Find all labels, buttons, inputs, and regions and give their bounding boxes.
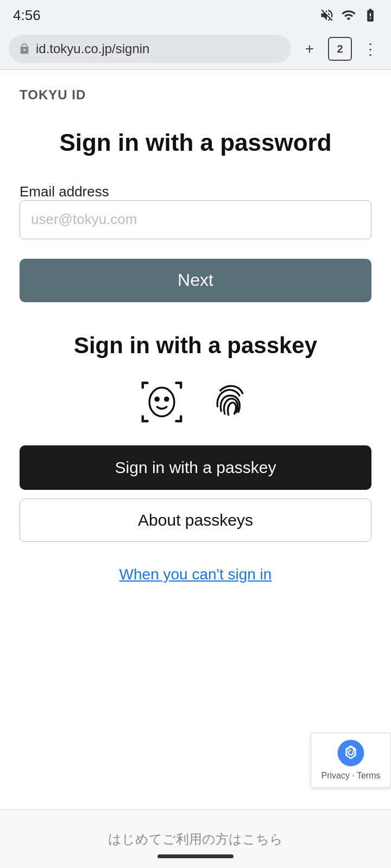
fingerprint-icon	[207, 379, 253, 425]
passkey-icons	[20, 378, 371, 426]
battery-icon	[363, 8, 378, 23]
password-section-heading: Sign in with a password	[20, 129, 371, 157]
address-bar[interactable]: id.tokyu.co.jp/signin	[9, 35, 291, 63]
url-text: id.tokyu.co.jp/signin	[36, 41, 149, 56]
svg-point-0	[149, 387, 174, 416]
status-bar: 4:56	[0, 0, 391, 30]
status-time: 4:56	[13, 7, 41, 24]
main-content: TOKYU ID Sign in with a password Email a…	[0, 70, 391, 829]
bottom-bar[interactable]: はじめてご利用の方はこちら	[0, 809, 391, 868]
brand-title: TOKYU ID	[20, 87, 371, 103]
menu-button[interactable]: ⋮	[358, 37, 382, 61]
recaptcha-badge: Privacy · Terms	[311, 733, 391, 788]
recaptcha-text: Privacy · Terms	[321, 770, 380, 782]
email-input[interactable]	[20, 200, 371, 239]
status-icons	[319, 8, 378, 23]
bottom-handle	[157, 854, 234, 858]
add-tab-button[interactable]: +	[298, 37, 321, 61]
svg-point-1	[156, 398, 159, 400]
lock-icon	[18, 43, 30, 55]
passkey-section-heading: Sign in with a passkey	[20, 333, 371, 359]
sign-in-passkey-button[interactable]: Sign in with a passkey	[20, 445, 371, 490]
next-button[interactable]: Next	[20, 259, 371, 302]
tabs-button[interactable]: 2	[328, 37, 352, 61]
recaptcha-privacy[interactable]: Privacy	[321, 771, 349, 780]
about-passkeys-button[interactable]: About passkeys	[20, 499, 371, 542]
wifi-icon	[341, 8, 356, 23]
svg-point-2	[165, 398, 168, 400]
cant-signin-link[interactable]: When you can't sign in	[20, 566, 371, 583]
face-id-icon	[138, 378, 186, 426]
recaptcha-logo	[337, 739, 365, 767]
browser-bar: id.tokyu.co.jp/signin + 2 ⋮	[0, 30, 391, 69]
recaptcha-terms[interactable]: Terms	[357, 771, 381, 780]
email-label: Email address	[20, 183, 109, 200]
mute-icon	[319, 8, 335, 23]
register-link[interactable]: はじめてご利用の方はこちら	[108, 831, 283, 848]
